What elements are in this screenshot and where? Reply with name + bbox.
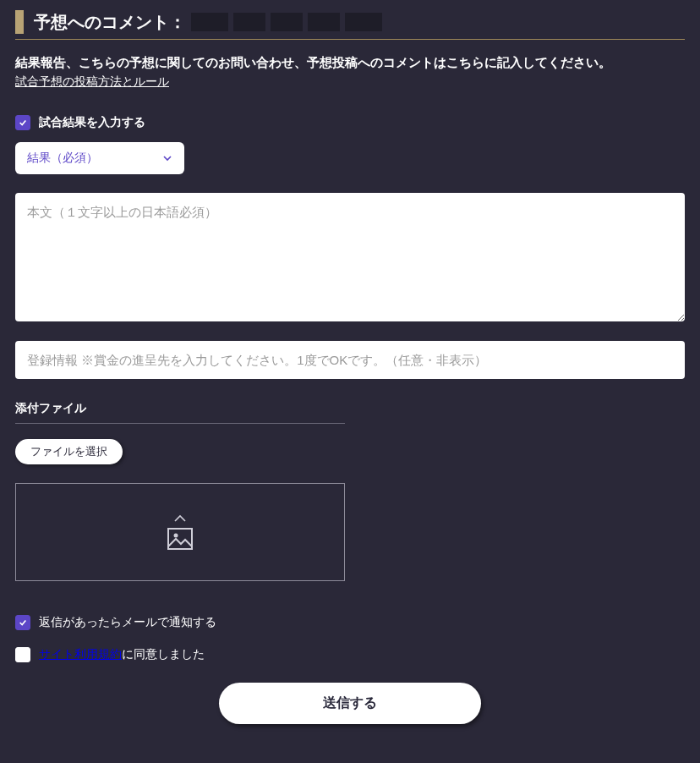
submit-row: 送信する <box>15 683 685 724</box>
intro-text: 結果報告、こちらの予想に関してのお問い合わせ、予想投稿へのコメントはこちらに記入… <box>15 55 685 71</box>
registration-info-input[interactable] <box>15 341 685 379</box>
result-select-placeholder: 結果（必須） <box>27 151 98 166</box>
page-title: 予想へのコメント： <box>34 11 186 34</box>
notify-checkbox[interactable] <box>15 615 30 630</box>
svg-rect-0 <box>168 529 192 549</box>
title-accent-bar <box>15 10 24 34</box>
attachment-preview-box[interactable] <box>15 483 345 581</box>
chevron-up-icon <box>173 514 187 523</box>
chevron-down-icon <box>162 153 172 163</box>
tos-checkbox-row[interactable]: サイト利用規約に同意しました <box>15 647 685 662</box>
result-select[interactable]: 結果（必須） <box>15 142 184 174</box>
enter-result-checkbox[interactable] <box>15 115 30 130</box>
tos-checkbox[interactable] <box>15 647 30 662</box>
check-icon <box>19 118 27 127</box>
check-icon <box>19 618 27 627</box>
enter-result-label: 試合結果を入力する <box>39 115 145 130</box>
notify-checkbox-row[interactable]: 返信があったらメールで通知する <box>15 615 685 630</box>
tos-label-rest: に同意しました <box>122 647 205 661</box>
rules-link[interactable]: 試合予想の投稿方法とルール <box>15 74 169 90</box>
redacted-title-segment <box>191 13 382 31</box>
page-title-row: 予想へのコメント： <box>15 10 685 40</box>
enter-result-checkbox-row[interactable]: 試合結果を入力する <box>15 115 685 130</box>
svg-point-1 <box>174 534 178 538</box>
attachment-section-title: 添付ファイル <box>15 401 345 424</box>
notify-label: 返信があったらメールで通知する <box>39 615 216 630</box>
tos-link[interactable]: サイト利用規約 <box>39 647 122 661</box>
file-select-button[interactable]: ファイルを選択 <box>15 439 123 464</box>
body-textarea[interactable] <box>15 193 685 321</box>
tos-label: サイト利用規約に同意しました <box>39 647 205 662</box>
submit-button[interactable]: 送信する <box>219 683 481 724</box>
image-icon <box>167 528 193 550</box>
